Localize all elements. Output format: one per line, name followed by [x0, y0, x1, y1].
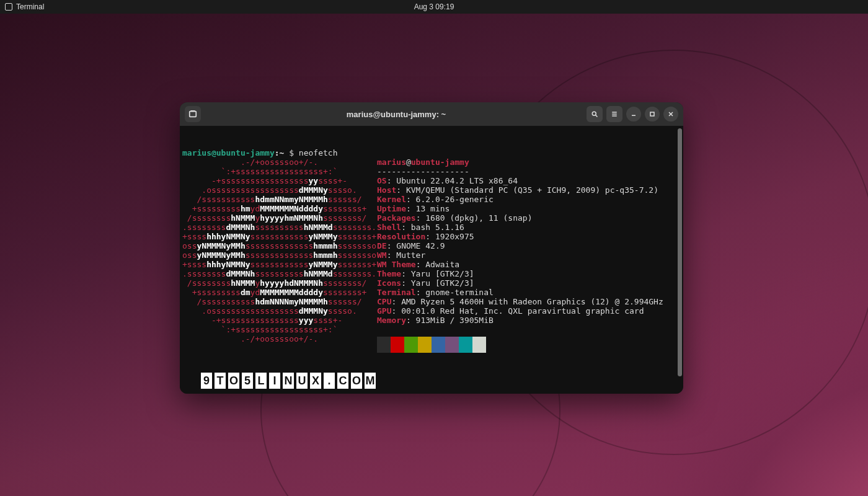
svg-point-1 — [592, 112, 596, 115]
svg-rect-0 — [190, 112, 197, 117]
gnome-topbar: Terminal Aug 3 09:19 — [0, 0, 868, 14]
window-title: marius@ubuntu-jammy: ~ — [206, 110, 587, 119]
svg-rect-2 — [650, 112, 654, 116]
topbar-app[interactable]: Terminal — [5, 2, 44, 11]
scrollbar[interactable] — [678, 128, 682, 376]
maximize-icon — [649, 110, 656, 118]
new-tab-icon — [188, 110, 197, 118]
search-icon — [591, 110, 598, 118]
hamburger-icon — [611, 110, 618, 118]
topbar-app-label: Terminal — [16, 2, 44, 11]
minimize-icon — [630, 110, 637, 118]
search-button[interactable] — [587, 106, 603, 122]
terminal-body[interactable]: marius@ubuntu-jammy:~ $ neofetch .-/+oos… — [180, 126, 683, 394]
menu-button[interactable] — [606, 106, 622, 122]
watermark-badge: 9TO5LINUX.COM — [201, 373, 376, 389]
prompt-user: marius@ubuntu-jammy — [182, 148, 275, 157]
close-icon — [667, 110, 675, 118]
cmd-neofetch: neofetch — [299, 148, 338, 157]
new-tab-button[interactable] — [185, 106, 201, 122]
topbar-clock[interactable]: Aug 3 09:19 — [414, 2, 454, 11]
minimize-button[interactable] — [626, 107, 641, 122]
ubuntu-logo-ascii: .-/+oossssoo+/-. `:+ssssssssssssssssss+:… — [182, 157, 368, 355]
close-button[interactable] — [663, 107, 678, 122]
window-icon — [5, 3, 12, 11]
window-titlebar[interactable]: marius@ubuntu-jammy: ~ — [180, 102, 683, 126]
terminal-window: marius@ubuntu-jammy: ~ marius@ubuntu-jam… — [180, 102, 683, 394]
neofetch-output: .-/+oossssoo+/-. `:+ssssssssssssssssss+:… — [182, 157, 678, 355]
color-swatches — [377, 337, 486, 353]
maximize-button[interactable] — [645, 107, 660, 122]
neofetch-info: marius@ubuntu-jammy ------------------- … — [368, 157, 663, 355]
